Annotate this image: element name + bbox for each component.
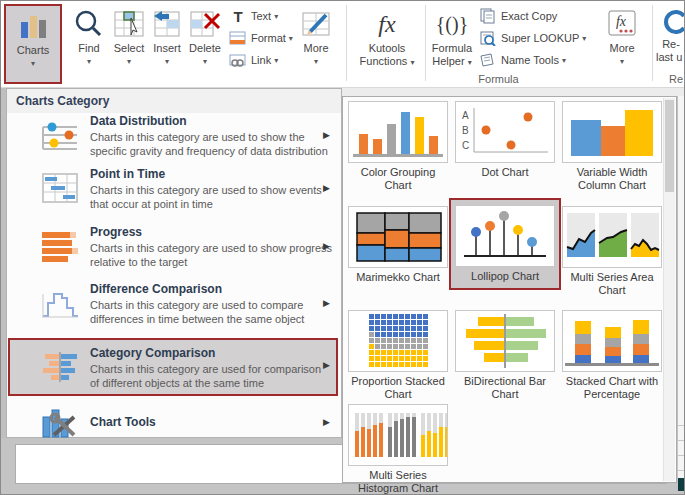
ribbon-group-divider-right bbox=[652, 5, 653, 81]
formula-helper-icon: {()} bbox=[436, 8, 468, 40]
worksheet-right-edge bbox=[678, 96, 685, 486]
marimekko-chart-thumbnail bbox=[348, 206, 448, 268]
name-tools-button[interactable]: Name Tools ▾ bbox=[479, 49, 597, 71]
gallery-item-bidirectional-bar-chart[interactable]: BiDirectional Bar Chart bbox=[453, 310, 557, 401]
submenu-arrow-icon: ▶ bbox=[323, 417, 330, 427]
ribbon: Charts ▾ Find ▾ Select ▾ Insert ▾ bbox=[1, 1, 685, 88]
menu-item-desc-line1: Charts in this category are used to comp… bbox=[90, 298, 303, 312]
rerun-last-utility-button[interactable]: Re- last u bbox=[656, 4, 685, 84]
charts-button[interactable]: Charts ▾ bbox=[4, 4, 62, 84]
kutools-functions-button[interactable]: fx KutoolsFunctions ▾ bbox=[353, 4, 421, 84]
gallery-item-multi-series-histogram-chart[interactable]: Multi Series Histogram Chart bbox=[346, 404, 450, 495]
formula-helper-label: FormulaHelper ▾ bbox=[427, 42, 477, 69]
submenu-arrow-icon: ▶ bbox=[323, 360, 330, 370]
charts-dropdown-icon: ▾ bbox=[6, 60, 60, 68]
menu-item-progress[interactable]: Progress Charts in this category are use… bbox=[10, 225, 336, 277]
more-fx-label: More bbox=[599, 42, 645, 55]
charts-icon bbox=[17, 10, 49, 42]
more-fx-dropdown-icon: ▾ bbox=[599, 58, 645, 66]
link-menu-button[interactable]: Link ▾ bbox=[229, 49, 293, 71]
more-left-button[interactable]: More ▾ bbox=[293, 4, 339, 84]
delete-icon bbox=[189, 8, 221, 40]
svg-text:{()}: {()} bbox=[436, 13, 469, 36]
menu-item-data-distribution[interactable]: Data Distribution Charts in this categor… bbox=[10, 114, 336, 166]
find-label: Find bbox=[69, 42, 109, 55]
gallery-item-label: Proportion Stacked Chart bbox=[348, 375, 448, 401]
menu-item-desc-line1: Charts in this category are used to show… bbox=[90, 241, 332, 255]
format-menu-button[interactable]: Format ▾ bbox=[229, 27, 293, 49]
chart-gallery-panel: Color Grouping Chart A B C Dot Chart Var… bbox=[342, 96, 677, 483]
rerun-icon bbox=[660, 8, 685, 36]
insert-icon bbox=[151, 8, 183, 40]
menu-item-difference-comparison[interactable]: Difference Comparison Charts in this cat… bbox=[10, 282, 336, 334]
more-edit-icon bbox=[300, 8, 332, 40]
menu-item-title: Progress bbox=[90, 225, 142, 239]
submenu-arrow-icon: ▶ bbox=[323, 183, 330, 193]
menu-item-desc-line2: differences in time between the same obj… bbox=[90, 312, 304, 326]
name-tools-dropdown-icon: ▾ bbox=[562, 56, 566, 65]
insert-dropdown-icon: ▾ bbox=[147, 58, 187, 66]
kutools-functions-dropdown-icon: ▾ bbox=[410, 58, 414, 67]
multi-series-area-chart-thumbnail bbox=[562, 206, 662, 268]
charts-category-menu: Charts Category Data Distribution Charts… bbox=[6, 88, 342, 438]
format-icon bbox=[229, 30, 247, 46]
gallery-item-stacked-chart-with-percentage[interactable]: Stacked Chart with Percentage bbox=[560, 310, 664, 401]
find-button[interactable]: Find ▾ bbox=[69, 4, 109, 84]
gallery-item-proportion-stacked-chart[interactable]: Proportion Stacked Chart bbox=[346, 310, 450, 401]
menu-item-point-in-time[interactable]: Point in Time Charts in this category ar… bbox=[10, 167, 336, 219]
menu-item-title: Point in Time bbox=[90, 167, 165, 181]
svg-text:C: C bbox=[462, 140, 469, 151]
text-menu-button[interactable]: T Text ▾ bbox=[229, 5, 293, 27]
formula-group-label: Formula bbox=[346, 73, 651, 85]
menu-item-desc-line2: specific gravity and frequency of data d… bbox=[90, 144, 328, 158]
exact-copy-icon bbox=[479, 8, 497, 24]
gallery-item-label: Marimekko Chart bbox=[348, 271, 448, 284]
name-tools-icon bbox=[479, 52, 497, 68]
svg-text:B: B bbox=[462, 125, 469, 136]
delete-label: Delete bbox=[183, 42, 227, 55]
select-button[interactable]: Select ▾ bbox=[107, 4, 151, 84]
select-label: Select bbox=[107, 42, 151, 55]
find-dropdown-icon: ▾ bbox=[69, 58, 109, 66]
exact-copy-button[interactable]: Exact Copy bbox=[479, 5, 597, 27]
link-dropdown-icon: ▾ bbox=[274, 56, 278, 65]
gallery-scrollbar-thumb[interactable] bbox=[665, 100, 674, 192]
difference-comparison-icon bbox=[40, 286, 80, 322]
gallery-item-color-grouping-chart[interactable]: Color Grouping Chart bbox=[346, 101, 450, 192]
svg-text:A: A bbox=[462, 110, 469, 121]
more-fx-button[interactable]: fx More ▾ bbox=[599, 4, 645, 84]
insert-button[interactable]: Insert ▾ bbox=[147, 4, 187, 84]
gallery-item-dot-chart[interactable]: A B C Dot Chart bbox=[453, 101, 557, 179]
stacked-chart-with-percentage-thumbnail bbox=[562, 310, 662, 372]
select-dropdown-icon: ▾ bbox=[107, 58, 151, 66]
rerun-group-label: Re bbox=[669, 73, 685, 85]
menu-item-title: Data Distribution bbox=[90, 114, 187, 128]
delete-button[interactable]: Delete ▾ bbox=[183, 4, 227, 84]
worksheet-dark-cell bbox=[678, 478, 685, 491]
menu-item-chart-tools[interactable]: Chart Tools ▶ bbox=[10, 405, 336, 441]
gallery-item-variable-width-column-chart[interactable]: Variable Width Column Chart bbox=[560, 101, 664, 192]
insert-label: Insert bbox=[147, 42, 187, 55]
gallery-item-label: Multi Series Histogram Chart bbox=[348, 469, 448, 495]
menu-item-desc-line1: Charts in this category are used for com… bbox=[90, 362, 321, 376]
submenu-arrow-icon: ▶ bbox=[323, 241, 330, 251]
super-lookup-button[interactable]: Super LOOKUP ▾ bbox=[479, 27, 597, 49]
color-grouping-chart-thumbnail bbox=[348, 101, 448, 163]
menu-item-desc-line2: that occur at point in time bbox=[90, 197, 213, 211]
gallery-item-marimekko-chart[interactable]: Marimekko Chart bbox=[346, 206, 450, 284]
gallery-scrollbar[interactable] bbox=[663, 98, 675, 481]
lollipop-chart-thumbnail bbox=[455, 205, 555, 267]
more-left-dropdown-icon: ▾ bbox=[293, 58, 339, 66]
point-in-time-icon bbox=[40, 171, 80, 207]
ribbon-sub-divider bbox=[425, 5, 426, 81]
menu-item-category-comparison[interactable]: Category Comparison Charts in this categ… bbox=[8, 338, 338, 396]
svg-text:fx: fx bbox=[616, 14, 627, 29]
worksheet-background-strip bbox=[342, 88, 685, 96]
text-icon: T bbox=[229, 8, 247, 24]
dot-chart-thumbnail: A B C bbox=[455, 101, 555, 163]
proportion-stacked-chart-thumbnail bbox=[348, 310, 448, 372]
super-lookup-dropdown-icon: ▾ bbox=[582, 34, 586, 43]
gallery-item-multi-series-area-chart[interactable]: Multi Series Area Chart bbox=[560, 206, 664, 297]
formula-helper-button[interactable]: {()} FormulaHelper ▾ bbox=[427, 4, 477, 84]
gallery-item-lollipop-chart-selected[interactable]: Lollipop Chart bbox=[449, 198, 561, 290]
